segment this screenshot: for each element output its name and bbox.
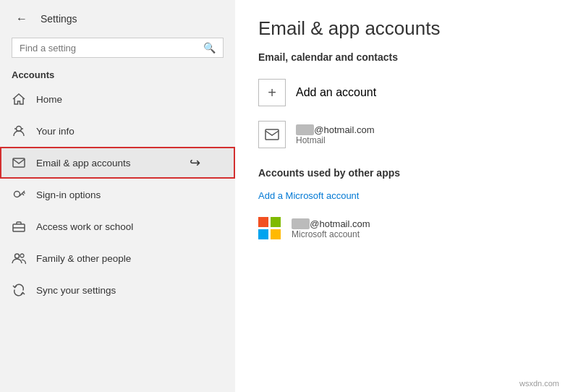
hotmail-account-details: @hotmail.com Hotmail: [296, 124, 375, 145]
sidebar-item-access-work-label: Access work or school: [36, 221, 133, 232]
hotmail-email: @hotmail.com: [296, 124, 375, 135]
sidebar-item-access-work-school[interactable]: Access work or school: [0, 210, 235, 242]
watermark: wsxdn.com: [519, 379, 559, 388]
sidebar-item-email-app-accounts[interactable]: Email & app accounts ↪: [0, 147, 235, 179]
sidebar-item-your-info-label: Your info: [36, 126, 75, 137]
sidebar-item-your-info[interactable]: Your info: [0, 115, 235, 147]
accounts-section-label: Accounts: [0, 65, 235, 83]
sidebar: ← Settings 🔍 Accounts Home Your info: [0, 0, 235, 392]
plus-icon: +: [268, 85, 276, 101]
sidebar-item-sign-in-label: Sign-in options: [36, 189, 101, 200]
svg-rect-9: [265, 129, 279, 140]
microsoft-logo: [258, 217, 281, 240]
ms-email-blurred: [292, 218, 310, 229]
svg-point-8: [20, 254, 24, 257]
back-button[interactable]: ←: [12, 9, 32, 29]
section-divider: Accounts used by other apps: [258, 167, 542, 179]
add-account-label: Add an account: [296, 86, 376, 99]
svg-point-4: [14, 192, 20, 197]
page-title: Email & app accounts: [258, 17, 542, 40]
sidebar-item-family-other-people[interactable]: Family & other people: [0, 242, 235, 274]
hotmail-type: Hotmail: [296, 135, 375, 145]
ms-account-details: @hotmail.com Microsoft account: [292, 218, 370, 239]
add-microsoft-account-link[interactable]: Add a Microsoft account: [258, 190, 359, 201]
ms-square-green: [271, 217, 281, 227]
search-icon: 🔍: [203, 42, 216, 54]
add-account-icon: +: [258, 79, 286, 106]
sidebar-item-family-label: Family & other people: [36, 253, 131, 264]
email-calendar-heading: Email, calendar and contacts: [258, 51, 542, 63]
hotmail-email-icon: [258, 121, 286, 148]
sidebar-item-sync-settings[interactable]: Sync your settings: [0, 274, 235, 306]
ms-square-blue: [258, 229, 268, 239]
main-content: Email & app accounts Email, calendar and…: [235, 0, 565, 392]
sync-icon: [12, 283, 26, 297]
key-icon: [12, 187, 26, 202]
sidebar-item-home[interactable]: Home: [0, 83, 235, 115]
ms-square-yellow: [271, 229, 281, 239]
person-icon: [12, 124, 26, 138]
sidebar-title: Settings: [41, 13, 77, 25]
search-box[interactable]: 🔍: [12, 38, 224, 58]
search-input[interactable]: [20, 43, 203, 54]
ms-account-item[interactable]: @hotmail.com Microsoft account: [258, 211, 542, 246]
add-account-item[interactable]: + Add an account: [258, 73, 542, 112]
ms-square-red: [258, 217, 268, 227]
home-icon: [12, 92, 26, 106]
sidebar-item-home-label: Home: [36, 94, 62, 105]
svg-rect-3: [13, 158, 25, 167]
hotmail-account-item[interactable]: @hotmail.com Hotmail: [258, 115, 542, 154]
cursor-pointer: ↪: [190, 155, 200, 171]
sidebar-header: ← Settings: [0, 0, 235, 35]
hotmail-email-blurred: [296, 124, 314, 135]
svg-point-7: [15, 254, 20, 258]
sidebar-item-email-label: Email & app accounts: [36, 158, 131, 169]
accounts-other-apps-heading: Accounts used by other apps: [258, 167, 542, 179]
group-icon: [12, 251, 26, 265]
ms-account-type: Microsoft account: [292, 229, 370, 239]
briefcase-icon: [12, 219, 26, 234]
sidebar-item-sign-in-options[interactable]: Sign-in options: [0, 179, 235, 210]
email-icon: [12, 155, 26, 170]
sidebar-item-sync-label: Sync your settings: [36, 285, 116, 296]
ms-account-email: @hotmail.com: [292, 218, 370, 229]
